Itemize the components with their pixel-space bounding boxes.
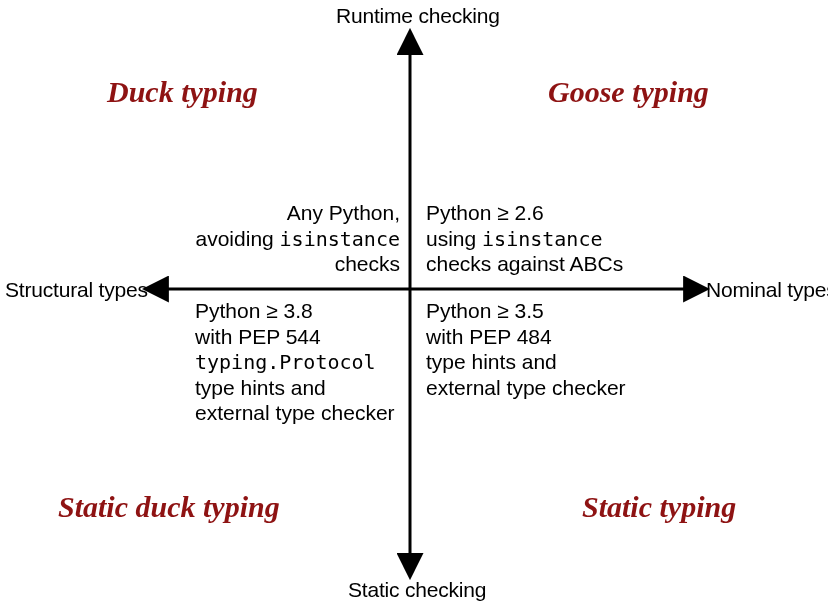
quadrant-title-duck-typing: Duck typing (107, 75, 258, 109)
desc-line: Python ≥ 3.8 (195, 298, 415, 324)
axis-label-bottom: Static checking (348, 578, 486, 602)
desc-line: type hints and (195, 375, 415, 401)
quadrant-title-goose-typing: Goose typing (548, 75, 709, 109)
desc-line: Python ≥ 2.6 (426, 200, 726, 226)
typing-quadrant-diagram: Runtime checking Static checking Structu… (0, 0, 828, 610)
axis-label-right: Nominal types (706, 278, 828, 302)
desc-line: using isinstance (426, 226, 726, 252)
desc-line: Python ≥ 3.5 (426, 298, 686, 324)
desc-line: checks against ABCs (426, 251, 726, 277)
axis-label-top: Runtime checking (336, 4, 500, 28)
desc-line: checks (140, 251, 400, 277)
axis-label-left: Structural types (5, 278, 148, 302)
desc-goose-typing: Python ≥ 2.6 using isinstance checks aga… (426, 200, 726, 277)
desc-line: Any Python, (140, 200, 400, 226)
desc-line: external type checker (426, 375, 686, 401)
desc-line: external type checker (195, 400, 415, 426)
desc-static-typing: Python ≥ 3.5 with PEP 484 type hints and… (426, 298, 686, 400)
desc-line: typing.Protocol (195, 349, 415, 375)
desc-duck-typing: Any Python, avoiding isinstance checks (140, 200, 400, 277)
quadrant-title-static-duck-typing: Static duck typing (58, 490, 280, 524)
desc-line: with PEP 544 (195, 324, 415, 350)
desc-static-duck-typing: Python ≥ 3.8 with PEP 544 typing.Protoco… (195, 298, 415, 426)
desc-line: type hints and (426, 349, 686, 375)
desc-line: avoiding isinstance (140, 226, 400, 252)
desc-line: with PEP 484 (426, 324, 686, 350)
quadrant-title-static-typing: Static typing (582, 490, 736, 524)
